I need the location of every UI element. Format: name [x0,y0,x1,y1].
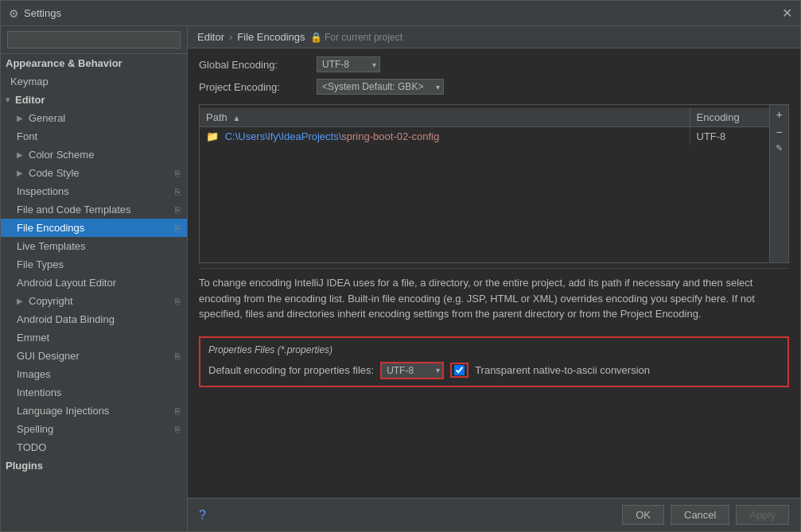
sidebar-item-file-encodings[interactable]: File Encodings ⎘ [1,219,187,237]
description-text: To change encoding IntelliJ IDEA uses fo… [199,277,755,320]
transparent-conversion-label: Transparent native-to-ascii conversion [475,364,650,376]
path-table: Path ▲ Encoding [200,108,769,146]
sidebar-item-label: Emmet [17,332,49,344]
global-encoding-select[interactable]: UTF-8 [317,56,380,72]
sort-icon: ▲ [232,114,240,122]
sidebar-item-appearance[interactable]: Appearance & Behavior [1,54,187,72]
sidebar-item-general[interactable]: ▶ General [1,109,187,127]
project-encoding-row: Project Encoding: <System Default: GBK> [199,79,789,95]
transparent-conversion-checkbox[interactable] [454,365,465,375]
expand-icon: ▾ [6,95,10,104]
search-box [1,26,187,54]
settings-window: ⚙ Settings ✕ Appearance & Behavior Keyma… [0,0,801,532]
properties-title: Properties Files (*.properties) [208,344,780,355]
panel-header: Editor › File Encodings 🔒 For current pr… [188,26,800,49]
copy-icon: ⎘ [175,223,181,233]
project-encoding-label: Project Encoding: [199,81,310,93]
sidebar-item-label: Appearance & Behavior [6,57,122,69]
global-encoding-select-wrapper: UTF-8 [317,56,380,72]
sidebar-item-label: Live Templates [17,240,85,252]
title-bar: ⚙ Settings ✕ [1,1,800,26]
sidebar-item-label: Android Layout Editor [17,277,116,289]
sidebar-item-language-injections[interactable]: Language Injections ⎘ [1,402,187,420]
copy-icon: ⎘ [175,351,181,361]
remove-row-button[interactable]: − [772,124,786,140]
sidebar-item-label: File and Code Templates [17,204,131,216]
copy-icon: ⎘ [175,205,181,215]
expand-icon: ▶ [17,169,23,177]
properties-section: Properties Files (*.properties) Default … [199,336,789,387]
bottom-bar: ? OK Cancel Apply [188,498,800,531]
sidebar-item-label: GUI Designer [17,350,80,362]
help-icon[interactable]: ? [199,508,206,522]
sidebar-item-label: Images [17,368,51,380]
edit-row-button[interactable]: ✎ [772,142,786,155]
sidebar-item-file-types[interactable]: File Types [1,255,187,274]
window-title: Settings [24,7,61,19]
properties-encoding-wrapper: UTF-8 [380,362,444,379]
panel-body: Global Encoding: UTF-8 Project Encoding:… [188,49,800,498]
search-input[interactable] [7,31,181,49]
path-table-container: Path ▲ Encoding [199,104,789,263]
sidebar-item-editor[interactable]: ▾ Editor [1,91,187,109]
sidebar-item-file-code-templates[interactable]: File and Code Templates ⎘ [1,200,187,219]
sidebar-item-android-data-binding[interactable]: Android Data Binding [1,310,187,328]
sidebar: Appearance & Behavior Keymap ▾ Editor ▶ … [1,26,188,531]
breadcrumb-editor: Editor [197,31,224,43]
project-encoding-select[interactable]: <System Default: GBK> [317,79,444,95]
cancel-button[interactable]: Cancel [671,505,729,525]
close-button[interactable]: ✕ [782,6,792,21]
sidebar-item-label: TODO [17,441,46,453]
table-main: Path ▲ Encoding [200,105,769,262]
sidebar-item-gui-designer[interactable]: GUI Designer ⎘ [1,347,187,365]
apply-button[interactable]: Apply [736,505,789,525]
sidebar-item-plugins[interactable]: Plugins [1,456,187,475]
sidebar-item-label: Keymap [10,76,49,87]
sidebar-item-label: File Encodings [17,222,84,234]
description-box: To change encoding IntelliJ IDEA uses fo… [199,268,789,328]
sidebar-item-spelling[interactable]: Spelling ⎘ [1,420,187,438]
sidebar-item-label: Color Scheme [29,149,94,161]
sidebar-item-android-layout-editor[interactable]: Android Layout Editor [1,274,187,292]
expand-icon: ▶ [17,114,23,122]
sidebar-item-label: File Types [17,258,64,270]
sidebar-item-label: Copyright [29,295,73,307]
table-row[interactable]: 📁 C:\Users\lfy\IdeaProjects\spring-boot-… [200,127,769,146]
settings-icon: ⚙ [9,7,19,20]
col-encoding: Encoding [690,108,769,127]
sidebar-item-code-style[interactable]: ▶ Code Style ⎘ [1,164,187,182]
bottom-left: ? [199,508,206,522]
expand-icon: ▶ [17,150,23,159]
for-project-label: 🔒 For current project [310,32,402,43]
sidebar-item-images[interactable]: Images [1,365,187,383]
sidebar-item-label: Language Injections [17,405,109,417]
breadcrumb-page: File Encodings [237,31,305,43]
sidebar-item-label: Code Style [29,167,80,179]
properties-row: Default encoding for properties files: U… [208,362,780,379]
sidebar-item-label: Inspections [17,185,69,197]
main-content: Appearance & Behavior Keymap ▾ Editor ▶ … [1,26,800,531]
copy-icon: ⎘ [175,425,181,434]
add-row-button[interactable]: + [772,107,786,122]
sidebar-item-emmet[interactable]: Emmet [1,328,187,347]
sidebar-item-inspections[interactable]: Inspections ⎘ [1,182,187,200]
sidebar-item-keymap[interactable]: Keymap [1,72,187,91]
col-path: Path ▲ [200,108,690,127]
path-value: C:\Users\lfy\IdeaProjects\spring-boot-02… [225,130,440,142]
sidebar-item-label: Font [17,130,37,142]
properties-default-label: Default encoding for properties files: [208,364,374,376]
sidebar-item-live-templates[interactable]: Live Templates [1,237,187,255]
breadcrumb-sep: › [229,31,232,43]
table-actions: + − ✎ [769,105,788,262]
copy-icon: ⎘ [175,169,181,178]
sidebar-item-todo[interactable]: TODO [1,438,187,456]
sidebar-item-color-scheme[interactable]: ▶ Color Scheme [1,146,187,164]
sidebar-item-copyright[interactable]: ▶ Copyright ⎘ [1,292,187,310]
global-encoding-row: Global Encoding: UTF-8 [199,56,789,72]
sidebar-item-font[interactable]: Font [1,127,187,146]
sidebar-item-intentions[interactable]: Intentions [1,383,187,402]
sidebar-item-label: Intentions [17,386,61,398]
copy-icon: ⎘ [175,406,181,416]
ok-button[interactable]: OK [622,505,664,525]
properties-encoding-select[interactable]: UTF-8 [380,362,444,379]
